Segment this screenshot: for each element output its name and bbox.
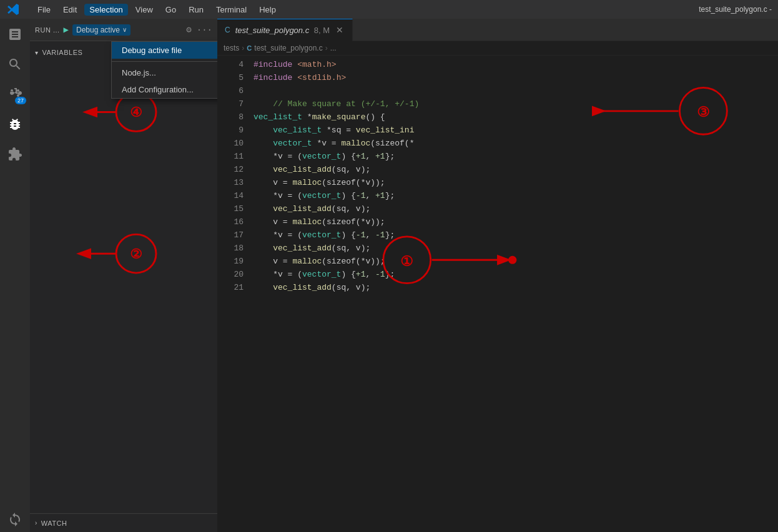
- source-control-activity-icon[interactable]: 27: [2, 82, 27, 107]
- menu-help[interactable]: Help: [254, 4, 281, 16]
- code-line-9: vec_list_t *sq = vec_list_ini: [254, 124, 778, 137]
- watch-section[interactable]: › WATCH: [30, 513, 217, 532]
- code-line-18: vec_list_add(sq, v);: [254, 242, 778, 255]
- tab-bar: C test_suite_polygon.c 8, M ✕: [217, 19, 778, 41]
- svg-text:④: ④: [130, 105, 142, 121]
- editor-tab[interactable]: C test_suite_polygon.c 8, M ✕: [217, 19, 353, 41]
- breadcrumb-separator-1: ›: [242, 44, 244, 52]
- activity-bar: 27: [0, 19, 30, 532]
- more-actions-icon[interactable]: ···: [197, 25, 212, 35]
- vscode-logo-icon: [6, 2, 20, 16]
- code-line-8: vec_list_t *make_square() {: [254, 111, 778, 124]
- tab-close-button[interactable]: ✕: [335, 25, 345, 35]
- chevron-down-icon: ∨: [122, 26, 127, 33]
- line-numbers: 45678 910111213 1415161718 192021: [217, 56, 249, 532]
- watch-chevron-icon: ›: [35, 520, 37, 526]
- svg-text:②: ②: [130, 246, 142, 262]
- code-line-19: v = malloc(sizeof(*v));: [254, 255, 778, 268]
- breadcrumb-c-icon: C: [247, 44, 252, 52]
- code-line-13: v = malloc(sizeof(*v));: [254, 176, 778, 189]
- menu-selection[interactable]: Selection: [84, 4, 127, 16]
- menu-edit[interactable]: Edit: [58, 4, 82, 16]
- window-title: test_suite_polygon.c -: [699, 5, 772, 14]
- remote-activity-icon[interactable]: [2, 507, 27, 532]
- code-line-6: [254, 84, 778, 97]
- code-line-21: vec_list_add(sq, v);: [254, 281, 778, 294]
- menu-go[interactable]: Go: [160, 4, 181, 16]
- run-debug-panel: RUN ... ▶ Debug active ∨ ⚙ ··· Debug act…: [30, 19, 217, 532]
- breadcrumb-tests[interactable]: tests: [224, 44, 239, 52]
- c-file-icon: C: [225, 26, 230, 34]
- tab-modified-badge: 8, M: [314, 26, 330, 35]
- code-line-4: #include <math.h>: [254, 58, 778, 71]
- main-container: 27 RUN ... ▶ Debug active ∨: [0, 19, 778, 532]
- debug-active-file-option[interactable]: Debug active file: [112, 42, 217, 59]
- extensions-activity-icon[interactable]: [2, 142, 27, 167]
- menu-bar: File Edit Selection View Go Run Terminal…: [32, 4, 281, 16]
- breadcrumb: tests › C test_suite_polygon.c › ...: [217, 41, 778, 56]
- tab-filename: test_suite_polygon.c 8, M: [235, 26, 330, 35]
- settings-icon[interactable]: ⚙: [186, 24, 191, 35]
- menu-separator: [112, 61, 217, 62]
- run-header-actions: ⚙ ···: [186, 24, 212, 35]
- editor-area: C test_suite_polygon.c 8, M ✕ tests › C …: [217, 19, 778, 532]
- run-panel-header: RUN ... ▶ Debug active ∨ ⚙ ···: [30, 19, 217, 41]
- breadcrumb-file[interactable]: test_suite_polygon.c: [254, 44, 322, 52]
- explorer-activity-icon[interactable]: [2, 22, 27, 47]
- breadcrumb-separator-2: ›: [325, 44, 328, 52]
- code-content: #include <math.h> #include <stdlib.h> //…: [249, 56, 778, 532]
- title-bar: File Edit Selection View Go Run Terminal…: [0, 0, 778, 19]
- title-bar-left: File Edit Selection View Go Run Terminal…: [6, 2, 281, 16]
- variables-label: VARIABLES: [42, 49, 83, 56]
- code-line-11: *v = (vector_t) {+1, +1};: [254, 150, 778, 163]
- code-line-15: vec_list_add(sq, v);: [254, 202, 778, 215]
- code-editor[interactable]: 45678 910111213 1415161718 192021 #inclu…: [217, 56, 778, 532]
- run-label: RUN ...: [35, 26, 60, 34]
- code-line-20: *v = (vector_t) {+1, -1};: [254, 268, 778, 281]
- breadcrumb-ellipsis[interactable]: ...: [330, 44, 337, 52]
- debug-config-dropdown[interactable]: Debug active ∨: [72, 24, 130, 36]
- menu-terminal[interactable]: Terminal: [211, 4, 252, 16]
- debug-config-menu: Debug active file Node.js... Add Configu…: [111, 41, 217, 99]
- menu-view[interactable]: View: [130, 4, 158, 16]
- svg-point-0: [116, 234, 156, 273]
- debug-config-label: Debug active: [76, 26, 120, 34]
- search-activity-icon[interactable]: [2, 52, 27, 77]
- variables-chevron-icon: ▾: [35, 49, 39, 56]
- source-control-badge: 27: [15, 97, 26, 104]
- code-line-12: vec_list_add(sq, v);: [254, 163, 778, 176]
- watch-label: WATCH: [41, 520, 67, 527]
- code-line-7: // Make square at (+/-1, +/-1): [254, 97, 778, 111]
- code-line-16: v = malloc(sizeof(*v));: [254, 215, 778, 229]
- code-line-17: *v = (vector_t) {-1, -1};: [254, 229, 778, 242]
- menu-run[interactable]: Run: [184, 4, 209, 16]
- add-configuration-option[interactable]: Add Configuration...: [112, 81, 217, 98]
- code-line-14: *v = (vector_t) {-1, +1};: [254, 189, 778, 202]
- run-play-button[interactable]: ▶: [64, 24, 69, 35]
- code-line-5: #include <stdlib.h>: [254, 71, 778, 84]
- code-line-10: vector_t *v = malloc(sizeof(*: [254, 137, 778, 150]
- run-debug-activity-icon[interactable]: [2, 112, 27, 137]
- menu-file[interactable]: File: [32, 4, 56, 16]
- node-js-option[interactable]: Node.js...: [112, 64, 217, 81]
